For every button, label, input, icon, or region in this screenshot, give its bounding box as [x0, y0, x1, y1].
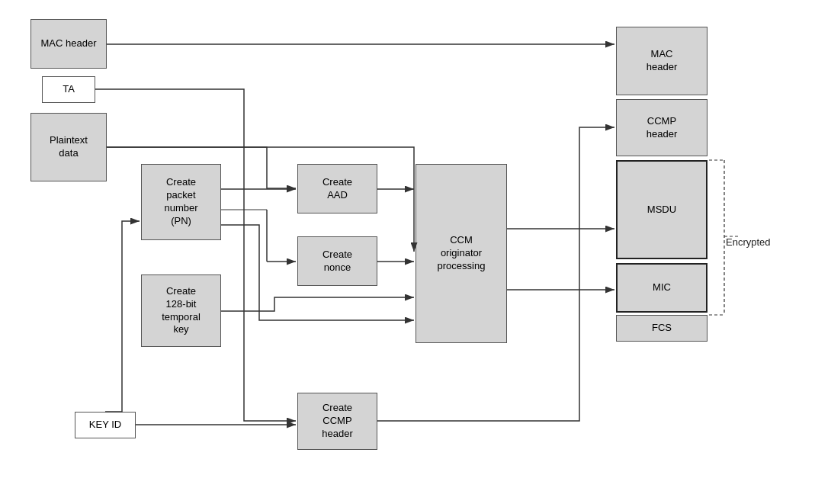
ta-box: TA: [42, 76, 95, 103]
encrypted-label: Encrypted: [726, 236, 771, 248]
create-aad-box: CreateAAD: [297, 164, 377, 213]
ccmp-header-right: CCMPheader: [616, 99, 708, 156]
create-pn-box: Createpacketnumber(PN): [141, 164, 221, 240]
create-nonce-box: Createnonce: [297, 236, 377, 286]
mic-box: MIC: [616, 263, 708, 313]
plaintext-data-box: Plaintextdata: [30, 113, 107, 181]
create-ccmp-box: CreateCCMPheader: [297, 393, 377, 450]
mac-header-right: MACheader: [616, 27, 708, 95]
create-128-box: Create128-bittemporalkey: [141, 274, 221, 347]
fcs-box: FCS: [616, 315, 708, 342]
diagram: MAC header TA Plaintextdata Createpacket…: [0, 0, 815, 504]
key-id-box: KEY ID: [75, 412, 136, 438]
mac-header-left: MAC header: [30, 19, 107, 69]
msdu-box: MSDU: [616, 160, 708, 259]
ccm-box: CCMoriginatorprocessing: [416, 164, 507, 343]
